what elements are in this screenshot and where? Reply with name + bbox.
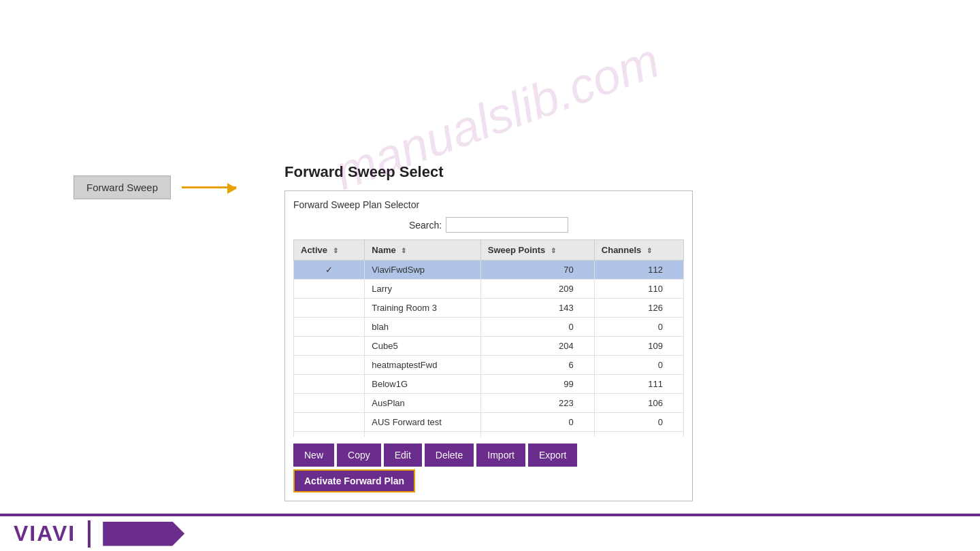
bottom-bar: VIAVI: [0, 514, 980, 551]
sort-sweep-icon: ⇕: [551, 247, 556, 254]
new-button[interactable]: New: [293, 444, 334, 467]
viavi-divider: [88, 520, 91, 548]
cell-sweep-points: 99: [480, 375, 594, 394]
search-input[interactable]: [446, 217, 568, 233]
forward-sweep-button-area: Forward Sweep: [74, 176, 236, 199]
table-scroll-area[interactable]: Active ⇕ Name ⇕ Sweep Points ⇕ Channels …: [293, 239, 684, 437]
selector-header: Forward Sweep Plan Selector: [293, 199, 684, 210]
cell-channels: 0: [594, 432, 683, 437]
delete-button[interactable]: Delete: [425, 444, 474, 467]
arrow-right-icon: [182, 186, 236, 188]
search-row: Search:: [293, 217, 684, 233]
cell-name: AUS Forward test: [365, 413, 480, 432]
export-button[interactable]: Export: [528, 444, 577, 467]
copy-button[interactable]: Copy: [337, 444, 381, 467]
table-row[interactable]: heatmaptestFwd60: [294, 356, 684, 375]
table-wrap: Active ⇕ Name ⇕ Sweep Points ⇕ Channels …: [293, 239, 684, 437]
cell-sweep-points: 204: [480, 337, 594, 356]
search-label: Search:: [409, 220, 442, 231]
cell-channels: 109: [594, 337, 683, 356]
cell-active: [294, 299, 365, 318]
cell-name: Cube5: [365, 337, 480, 356]
cell-active: [294, 394, 365, 413]
import-button[interactable]: Import: [476, 444, 525, 467]
cell-name: ViaviFwdSwp: [365, 261, 480, 280]
cell-channels: 106: [594, 394, 683, 413]
cell-name: Full Sweep...: [365, 432, 480, 437]
table-row[interactable]: AusPlan223106: [294, 394, 684, 413]
activate-button[interactable]: Activate Forward Plan: [293, 469, 415, 492]
edit-button[interactable]: Edit: [384, 444, 422, 467]
sort-name-icon: ⇕: [401, 247, 406, 254]
cell-active: [294, 432, 365, 437]
col-active[interactable]: Active ⇕: [294, 240, 365, 261]
button-row: NewCopyEditDeleteImportExportActivate Fo…: [293, 444, 684, 492]
table-body: ✓ViaviFwdSwp70112Larry209110Training Roo…: [294, 261, 684, 437]
viavi-logo: VIAVI: [14, 521, 76, 546]
cell-channels: 0: [594, 413, 683, 432]
cell-channels: 126: [594, 299, 683, 318]
table-row[interactable]: blah00: [294, 318, 684, 337]
cell-name: blah: [365, 318, 480, 337]
cell-channels: 0: [594, 356, 683, 375]
selector-box: Forward Sweep Plan Selector Search: Acti…: [284, 190, 693, 501]
cell-name: heatmaptestFwd: [365, 356, 480, 375]
main-panel: Forward Sweep Select Forward Sweep Plan …: [284, 163, 706, 501]
panel-title: Forward Sweep Select: [284, 163, 706, 181]
cell-name: AusPlan: [365, 394, 480, 413]
table-row[interactable]: Cube5204109: [294, 337, 684, 356]
cell-sweep-points: 6: [480, 356, 594, 375]
cell-sweep-points: 200: [480, 432, 594, 437]
cell-active: ✓: [294, 261, 365, 280]
cell-channels: 110: [594, 280, 683, 299]
cell-active: [294, 375, 365, 394]
col-channels[interactable]: Channels ⇕: [594, 240, 683, 261]
cell-channels: 0: [594, 318, 683, 337]
cell-active: [294, 280, 365, 299]
sweep-table: Active ⇕ Name ⇕ Sweep Points ⇕ Channels …: [293, 239, 684, 437]
cell-name: Training Room 3: [365, 299, 480, 318]
cell-name: Larry: [365, 280, 480, 299]
cell-active: [294, 356, 365, 375]
forward-sweep-button[interactable]: Forward Sweep: [74, 176, 171, 199]
cell-channels: 112: [594, 261, 683, 280]
table-row[interactable]: Larry209110: [294, 280, 684, 299]
table-row[interactable]: Training Room 3143126: [294, 299, 684, 318]
cell-sweep-points: 223: [480, 394, 594, 413]
sort-active-icon: ⇕: [333, 247, 338, 254]
cell-active: [294, 337, 365, 356]
cell-channels: 111: [594, 375, 683, 394]
cell-name: Below1G: [365, 375, 480, 394]
table-header: Active ⇕ Name ⇕ Sweep Points ⇕ Channels …: [294, 240, 684, 261]
cell-sweep-points: 143: [480, 299, 594, 318]
table-row[interactable]: ✓ViaviFwdSwp70112: [294, 261, 684, 280]
viavi-logo-text: VIAVI: [14, 521, 76, 546]
sort-channels-icon: ⇕: [647, 247, 652, 254]
cell-sweep-points: 0: [480, 318, 594, 337]
cell-sweep-points: 0: [480, 413, 594, 432]
table-row[interactable]: AUS Forward test00: [294, 413, 684, 432]
cell-active: [294, 318, 365, 337]
table-row[interactable]: Below1G99111: [294, 375, 684, 394]
table-row[interactable]: Full Sweep...2000: [294, 432, 684, 437]
col-sweep-points[interactable]: Sweep Points ⇕: [480, 240, 594, 261]
viavi-arrow-icon: [103, 522, 184, 546]
cell-active: [294, 413, 365, 432]
col-name[interactable]: Name ⇕: [365, 240, 480, 261]
cell-sweep-points: 70: [480, 261, 594, 280]
cell-sweep-points: 209: [480, 280, 594, 299]
